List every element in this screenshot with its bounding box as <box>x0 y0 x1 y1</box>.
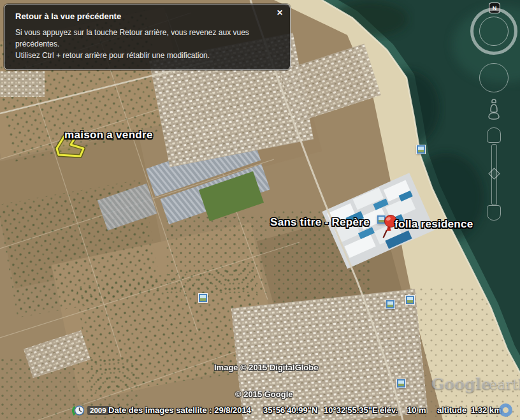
zoom-knob[interactable] <box>488 168 500 179</box>
latitude-readout: 35°56'40.99"N <box>263 405 317 415</box>
zoom-slider <box>487 127 501 221</box>
altitude-label: altitude <box>437 405 466 415</box>
photo-marker[interactable] <box>397 379 405 387</box>
historical-imagery-clock-icon[interactable] <box>72 404 85 417</box>
photo-marker[interactable] <box>406 296 414 304</box>
pegman-icon[interactable] <box>486 96 502 126</box>
elevation-value: 10 m <box>407 405 426 415</box>
close-icon[interactable]: ✕ <box>277 9 283 17</box>
tooltip-line2: Utilisez Ctrl + retour arrière pour réta… <box>15 50 279 61</box>
longitude-readout: 10°32'55.35"E <box>324 405 378 415</box>
tooltip-title: Retour à la vue précédente <box>15 11 279 21</box>
look-joystick[interactable] <box>479 63 509 92</box>
photo-marker[interactable] <box>386 300 394 308</box>
zoom-out-button[interactable] <box>487 205 501 221</box>
photo-marker[interactable] <box>417 145 425 154</box>
photo-marker[interactable] <box>199 294 207 302</box>
compass-inner-circle[interactable] <box>479 17 509 46</box>
google-copyright: © 2015 Google <box>235 389 293 399</box>
imagery-attribution: Image © 2015 DigitalGlobe <box>214 363 318 372</box>
watermark-google-text: Google <box>431 375 491 393</box>
back-navigation-tooltip: Retour à la vue précédente Si vous appuy… <box>4 4 291 70</box>
imagery-year-chip[interactable]: 2009 <box>87 406 109 415</box>
placemark-label-sans-titre-repere[interactable]: Sans titre - Repère <box>270 216 370 229</box>
status-ring-indicator <box>499 403 512 417</box>
zoom-in-button[interactable] <box>487 127 501 143</box>
watermark-earth-text: earth <box>489 377 520 393</box>
imagery-date-text: Date des images satellite : 29/8/2014 <box>108 405 251 415</box>
altitude-value: 1.32 km <box>471 405 502 415</box>
placemark-label-maison-a-vendre[interactable]: maison a vendre <box>64 129 153 141</box>
placemark-label-folla-residence[interactable]: folla residence <box>394 218 473 231</box>
tooltip-line1: Si vous appuyez sur la touche Retour arr… <box>15 27 279 50</box>
elevation-label: élév. <box>380 405 398 415</box>
earth-view[interactable]: maison a vendre Sans titre - Repère foll… <box>0 0 520 420</box>
google-earth-watermark: Googleearth <box>431 375 520 393</box>
